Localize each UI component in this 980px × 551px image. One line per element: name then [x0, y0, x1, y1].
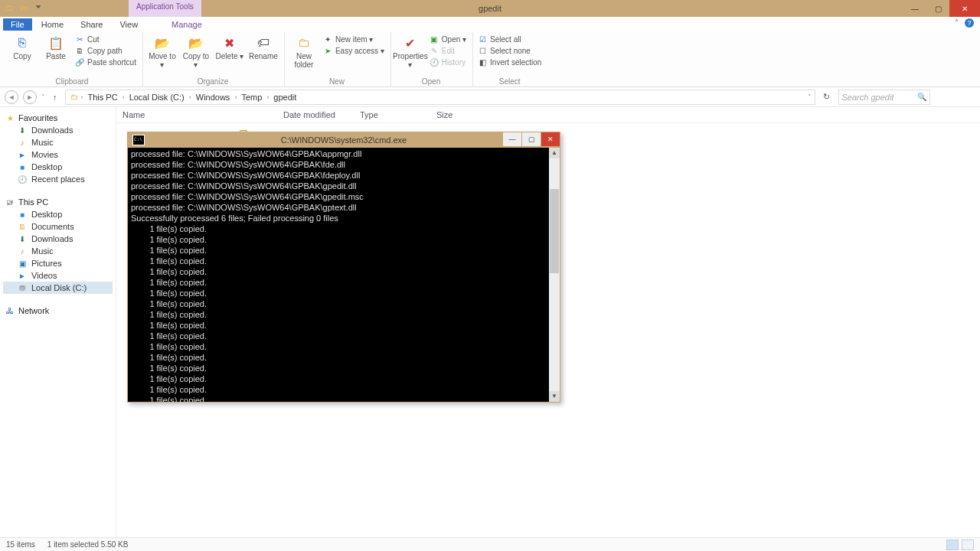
delete-label: Delete ▾ — [216, 52, 244, 60]
breadcrumb-temp[interactable]: Temp — [238, 93, 265, 102]
easy-access-button[interactable]: ➤Easy access ▾ — [323, 45, 384, 56]
column-date[interactable]: Date modified — [283, 110, 352, 119]
tree-documents[interactable]: 🗎Documents — [3, 220, 113, 233]
cmd-minimize-button[interactable]: — — [503, 132, 521, 146]
tree-pictures-label: Pictures — [31, 259, 62, 268]
tree-recent[interactable]: 🕘Recent places — [3, 173, 113, 185]
tree-downloads2[interactable]: ⬇Downloads — [3, 233, 113, 245]
folder-icon: 🗀 — [5, 3, 15, 14]
paste-shortcut-button[interactable]: 🔗Paste shortcut — [75, 57, 136, 67]
refresh-button[interactable]: ↻ — [820, 92, 834, 102]
tree-videos[interactable]: ►Videos — [3, 269, 113, 282]
tree-pictures[interactable]: ▣Pictures — [3, 257, 113, 269]
qat-dropdown-icon[interactable]: ⏷ — [35, 3, 46, 14]
breadcrumb-dropdown-icon[interactable]: ˅ — [808, 93, 812, 101]
tree-music2[interactable]: ♪Music — [3, 245, 113, 257]
close-button[interactable]: ✕ — [949, 0, 980, 17]
scroll-thumb[interactable] — [550, 189, 559, 273]
copy-path-button[interactable]: 🗎Copy path — [75, 45, 136, 56]
select-group-label: Select — [478, 77, 541, 86]
properties-button[interactable]: ✔Properties ▾ — [396, 34, 425, 69]
scroll-up-icon[interactable]: ▲ — [549, 148, 560, 158]
tree-recent-label: Recent places — [31, 174, 85, 184]
cmd-titlebar[interactable]: C:\WINDOWS\system32\cmd.exe — ▢ ✕ — [128, 132, 560, 148]
tree-downloads[interactable]: ⬇Downloads — [3, 124, 113, 136]
breadcrumb-gpedit[interactable]: gpedit — [270, 93, 299, 102]
tree-music[interactable]: ♪Music — [3, 136, 113, 148]
ribbon-group-new: 🗀New folder ✦New item ▾ ➤Easy access ▾ N… — [285, 32, 391, 86]
tree-network-label: Network — [18, 306, 49, 315]
paste-shortcut-icon: 🔗 — [75, 57, 84, 67]
column-name[interactable]: Name — [122, 110, 276, 119]
ribbon-group-select: ☑Select all ☐Select none ◧Invert selecti… — [473, 32, 547, 86]
edit-button[interactable]: ✎Edit — [430, 45, 466, 56]
cmd-maximize-button[interactable]: ▢ — [522, 132, 541, 146]
search-icon[interactable]: 🔍 — [917, 93, 926, 101]
tab-manage[interactable]: Manage — [164, 18, 210, 31]
delete-button[interactable]: ✖Delete ▾ — [215, 34, 244, 60]
cmd-close-button[interactable]: ✕ — [541, 132, 560, 146]
invert-selection-button[interactable]: ◧Invert selection — [478, 57, 541, 67]
copy-path-label: Copy path — [87, 47, 122, 55]
status-selection: 1 item selected 5.50 KB — [47, 540, 129, 549]
tab-share[interactable]: Share — [73, 18, 110, 31]
tree-local-disk[interactable]: ⛃Local Disk (C:) — [3, 282, 113, 294]
search-placeholder: Search gpedit — [842, 93, 894, 102]
breadcrumb-this-pc[interactable]: This PC — [85, 93, 121, 102]
breadcrumb[interactable]: 🗀 › This PC› Local Disk (C:)› Windows› T… — [65, 90, 815, 105]
history-dropdown-icon[interactable]: ˅ — [41, 93, 45, 101]
select-all-button[interactable]: ☑Select all — [478, 34, 541, 44]
tab-file[interactable]: File — [3, 18, 32, 31]
maximize-button[interactable]: ▢ — [926, 0, 949, 17]
breadcrumb-windows[interactable]: Windows — [193, 93, 234, 102]
cmd-window[interactable]: C:\WINDOWS\system32\cmd.exe — ▢ ✕ proces… — [127, 132, 560, 403]
breadcrumb-local-disk[interactable]: Local Disk (C:) — [126, 93, 188, 102]
select-all-label: Select all — [490, 35, 521, 44]
contextual-tab-application-tools[interactable]: Application Tools — [129, 0, 201, 17]
scroll-down-icon[interactable]: ▼ — [549, 391, 560, 402]
navigation-pane[interactable]: ★Favourites ⬇Downloads ♪Music ►Movies ■D… — [0, 107, 116, 536]
open-button[interactable]: ▣Open ▾ — [430, 34, 466, 44]
cut-button[interactable]: ✂Cut — [75, 34, 136, 44]
tree-movies[interactable]: ►Movies — [3, 148, 113, 161]
tree-desktop2-label: Desktop — [31, 210, 62, 219]
history-button[interactable]: 🕘History — [430, 57, 466, 67]
tab-view[interactable]: View — [112, 18, 145, 31]
new-folder-button[interactable]: 🗀New folder — [289, 34, 318, 69]
history-icon: 🕘 — [430, 57, 439, 67]
view-details-button[interactable] — [946, 540, 959, 550]
help-icon[interactable]: ? — [965, 18, 974, 28]
music-icon: ♪ — [17, 138, 28, 147]
move-to-button[interactable]: 📂Move to ▾ — [148, 34, 177, 69]
move-to-icon: 📂 — [153, 35, 172, 51]
column-size[interactable]: Size — [436, 110, 482, 119]
up-button[interactable]: ↑ — [50, 93, 60, 102]
copy-to-button[interactable]: 📂Copy to ▾ — [181, 34, 211, 69]
tree-this-pc[interactable]: 🖳This PC — [3, 196, 113, 208]
easy-access-label: Easy access ▾ — [335, 47, 384, 55]
select-none-button[interactable]: ☐Select none — [478, 45, 541, 56]
tree-desktop[interactable]: ■Desktop — [3, 161, 113, 173]
documents-icon: 🗎 — [17, 222, 28, 231]
paste-button[interactable]: 📋 Paste — [41, 34, 70, 60]
search-input[interactable]: Search gpedit 🔍 — [838, 90, 930, 105]
column-type[interactable]: Type — [360, 110, 429, 119]
cmd-scrollbar[interactable]: ▲ ▼ — [549, 148, 560, 402]
tab-home[interactable]: Home — [34, 18, 71, 31]
forward-button[interactable]: ► — [23, 90, 37, 104]
new-item-button[interactable]: ✦New item ▾ — [323, 34, 384, 44]
new-item-icon: ✦ — [323, 34, 332, 44]
minimize-button[interactable]: — — [903, 0, 926, 17]
column-headers[interactable]: Name Date modified Type Size — [116, 107, 980, 123]
tree-desktop2[interactable]: ■Desktop — [3, 208, 113, 220]
collapse-ribbon-icon[interactable]: ˄ — [955, 18, 959, 27]
open-icon: ▣ — [430, 34, 439, 44]
new-item-label: New item ▾ — [335, 35, 373, 44]
back-button[interactable]: ◄ — [5, 90, 18, 104]
rename-button[interactable]: 🏷Rename — [249, 34, 278, 60]
tree-network[interactable]: 🖧Network — [3, 305, 113, 317]
view-large-icons-button[interactable] — [962, 540, 974, 550]
tree-favourites[interactable]: ★Favourites — [3, 112, 113, 124]
copy-button[interactable]: ⎘ Copy — [8, 34, 37, 60]
cmd-output[interactable]: processed file: C:\WINDOWS\SysWOW64\GPBA… — [128, 148, 560, 402]
